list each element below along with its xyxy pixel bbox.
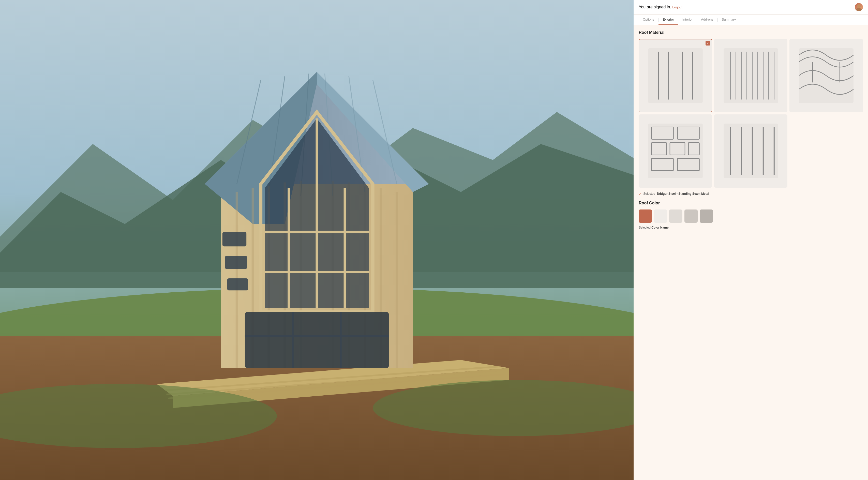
nav-tabs: Options Exterior Interior Add-ons Summar… bbox=[633, 14, 868, 25]
material-grid: ✓ bbox=[639, 39, 863, 188]
selected-material-label: ✓ Selected Bridger Steel - Standing Seam… bbox=[639, 192, 863, 196]
svg-rect-37 bbox=[245, 312, 389, 368]
selected-checkmark: ✓ bbox=[706, 41, 710, 45]
svg-rect-64 bbox=[648, 124, 703, 178]
color-swatch-white[interactable] bbox=[654, 210, 667, 223]
signed-in-label: You are signed in. bbox=[639, 5, 671, 9]
avatar bbox=[855, 3, 863, 11]
logout-link[interactable]: Logout bbox=[672, 5, 682, 9]
selected-material-name: Bridger Steel - Standing Seam Metal bbox=[657, 192, 709, 195]
color-swatch-terracotta[interactable] bbox=[639, 210, 652, 223]
check-icon: ✓ bbox=[639, 192, 642, 196]
config-panel: You are signed in. Logout Options Exteri… bbox=[633, 0, 868, 480]
signed-in-text: You are signed in. Logout bbox=[639, 5, 682, 9]
tab-interior[interactable]: Interior bbox=[678, 14, 696, 25]
svg-rect-53 bbox=[723, 48, 778, 103]
material-shingle[interactable] bbox=[639, 115, 712, 188]
selected-prefix: Selected bbox=[643, 192, 655, 195]
svg-rect-35 bbox=[225, 256, 247, 269]
material-standing-seam[interactable]: ✓ bbox=[639, 39, 712, 113]
material-tile[interactable] bbox=[789, 39, 863, 113]
color-swatch-medium-gray[interactable] bbox=[684, 210, 698, 223]
svg-rect-34 bbox=[222, 232, 246, 247]
material-board[interactable] bbox=[714, 115, 788, 188]
tab-exterior[interactable]: Exterior bbox=[658, 14, 678, 25]
svg-rect-48 bbox=[648, 48, 703, 103]
header-bar: You are signed in. Logout bbox=[633, 0, 868, 14]
roof-color-title: Roof Color bbox=[639, 201, 863, 205]
color-name: Color Name bbox=[651, 226, 669, 229]
svg-rect-36 bbox=[227, 278, 248, 290]
roof-material-title: Roof Material bbox=[639, 30, 863, 35]
selected-color-label: Selected Color Name bbox=[639, 226, 863, 229]
tab-options[interactable]: Options bbox=[639, 14, 658, 25]
color-selected-prefix: Selected bbox=[639, 226, 651, 229]
house-preview-panel bbox=[0, 0, 633, 480]
content-area: Roof Material ✓ bbox=[633, 25, 868, 480]
tab-addons[interactable]: Add-ons bbox=[697, 14, 717, 25]
tab-summary[interactable]: Summary bbox=[718, 14, 740, 25]
color-swatches bbox=[639, 210, 863, 223]
svg-point-46 bbox=[857, 4, 861, 8]
svg-rect-72 bbox=[723, 124, 778, 178]
material-corrugated[interactable] bbox=[714, 39, 788, 113]
color-swatch-light-gray[interactable] bbox=[669, 210, 682, 223]
svg-point-47 bbox=[856, 8, 862, 11]
color-swatch-dark-gray[interactable] bbox=[700, 210, 713, 223]
